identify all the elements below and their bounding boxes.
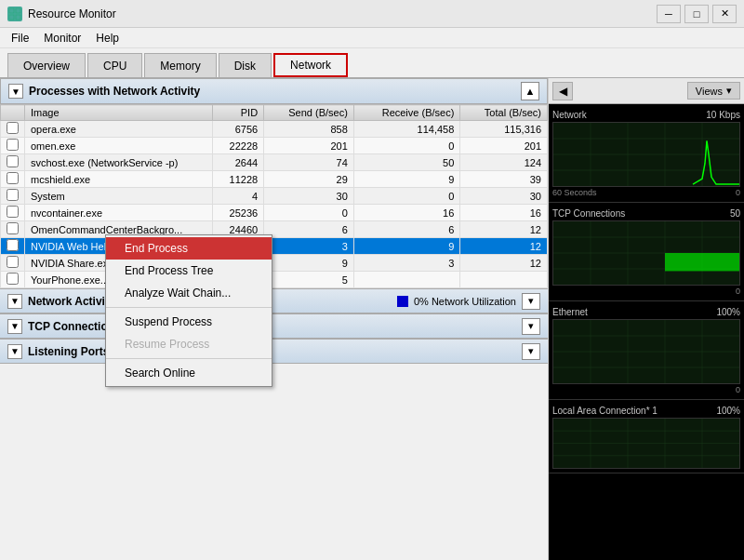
row-receive: 50 [353, 154, 459, 171]
listening-collapse[interactable]: ▾ [522, 343, 540, 360]
chart-lan: Local Area Connection* 1 100% [549, 400, 744, 473]
table-row[interactable]: YourPhone.exe... 5 [1, 272, 548, 288]
row-checkbox[interactable] [1, 221, 25, 238]
row-receive: 16 [353, 205, 459, 221]
network-activity-header[interactable]: ▼ Network Activity 0% Network Utilizatio… [0, 289, 548, 313]
row-send: 858 [264, 121, 354, 138]
context-end-process[interactable]: End Process [106, 237, 272, 260]
row-receive: 0 [353, 138, 459, 154]
col-checkbox [1, 105, 25, 121]
network-activity-collapse[interactable]: ▾ [522, 293, 540, 310]
minimize-button[interactable]: ─ [657, 5, 681, 23]
col-receive[interactable]: Receive (B/sec) [353, 105, 459, 121]
context-menu: End Process End Process Tree Analyze Wai… [105, 234, 272, 387]
row-checkbox[interactable] [1, 205, 25, 221]
processes-collapse-icon[interactable]: ▲ [521, 82, 539, 100]
tcp-header[interactable]: ▼ TCP Connections ▾ [0, 314, 548, 339]
views-button[interactable]: Views ▾ [687, 82, 740, 100]
processes-expand-icon: ▼ [8, 84, 23, 99]
table-row[interactable]: opera.exe 6756 858 114,458 115,316 [1, 121, 548, 138]
right-panel: ◀ Views ▾ Network 10 Kbps [549, 78, 744, 560]
context-analyze-wait-chain[interactable]: Analyze Wait Chain... [106, 282, 272, 304]
chart-lan-label: Local Area Connection* 1 [552, 406, 658, 416]
row-pid: 11228 [213, 171, 264, 188]
util-dot [397, 296, 408, 307]
chart-network-label-row: Network 10 Kbps [552, 108, 740, 122]
tcp-collapse[interactable]: ▾ [522, 318, 540, 335]
chart-tcp-label: TCP Connections [552, 208, 625, 219]
context-suspend-process[interactable]: Suspend Process [106, 311, 272, 333]
svg-rect-2 [9, 15, 14, 20]
tcp-expand: ▼ [7, 319, 22, 334]
titlebar: Resource Monitor ─ □ ✕ [0, 0, 744, 28]
col-image[interactable]: Image [25, 105, 213, 121]
chart-ethernet: Ethernet 100% 0 [549, 301, 744, 400]
row-total: 12 [460, 255, 548, 272]
row-checkbox[interactable] [1, 171, 25, 188]
row-receive [353, 272, 459, 288]
col-send[interactable]: Send (B/sec) [264, 105, 354, 121]
context-search-online[interactable]: Search Online [106, 362, 272, 384]
row-image: mcshield.exe [25, 171, 213, 188]
menu-help[interactable]: Help [88, 30, 126, 47]
row-checkbox[interactable] [1, 272, 25, 288]
network-activity-section: ▼ Network Activity 0% Network Utilizatio… [0, 288, 548, 313]
app-icon [7, 7, 22, 21]
tab-network[interactable]: Network [273, 53, 348, 77]
tab-overview[interactable]: Overview [7, 53, 86, 77]
tab-cpu[interactable]: CPU [87, 53, 142, 77]
table-row[interactable]: nvcontainer.exe 25236 0 16 16 [1, 205, 548, 221]
row-checkbox[interactable] [1, 121, 25, 138]
row-send: 29 [264, 171, 354, 188]
row-checkbox[interactable] [1, 154, 25, 171]
table-row[interactable]: NVIDIA Share.exe 9 3 12 [1, 255, 548, 272]
table-row[interactable]: NVIDIA Web Help... 3 9 12 [1, 238, 548, 255]
chart-tcp-unit: 50 [730, 208, 740, 219]
row-pid: 2644 [213, 154, 264, 171]
context-end-process-tree[interactable]: End Process Tree [106, 260, 272, 282]
chart-network-unit: 10 Kbps [706, 110, 740, 120]
listening-header[interactable]: ▼ Listening Ports ▾ [0, 340, 548, 364]
right-panel-expand[interactable]: ◀ [552, 82, 573, 100]
tabbar: Overview CPU Memory Disk Network [0, 48, 744, 78]
row-send: 201 [264, 138, 354, 154]
svg-rect-0 [9, 8, 14, 13]
tab-memory[interactable]: Memory [144, 53, 216, 77]
row-image: svchost.exe (NetworkService -p) [25, 154, 213, 171]
maximize-button[interactable]: □ [684, 5, 709, 23]
chart-tcp-bottom: 0 [552, 286, 740, 297]
table-row[interactable]: svchost.exe (NetworkService -p) 2644 74 … [1, 154, 548, 171]
menu-file[interactable]: File [4, 30, 36, 47]
window-controls: ─ □ ✕ [657, 5, 737, 23]
tab-disk[interactable]: Disk [219, 53, 272, 77]
table-row[interactable]: OmenCommandCenterBackgro... 24460 6 6 12 [1, 221, 548, 238]
menu-monitor[interactable]: Monitor [36, 30, 88, 47]
table-row[interactable]: mcshield.exe 11228 29 9 39 [1, 171, 548, 188]
chart-panel: Network 10 Kbps [549, 104, 744, 560]
row-image: System [25, 188, 213, 205]
row-receive: 3 [353, 255, 459, 272]
svg-rect-1 [16, 8, 20, 13]
row-total: 12 [460, 238, 548, 255]
processes-section-header[interactable]: ▼ Processes with Network Activity ▲ [0, 78, 548, 104]
row-checkbox[interactable] [1, 255, 25, 272]
tcp-title: TCP Connections [28, 320, 522, 333]
row-checkbox[interactable] [1, 138, 25, 154]
chart-eth-unit: 100% [716, 307, 740, 317]
close-button[interactable]: ✕ [712, 5, 737, 23]
network-activity-expand: ▼ [7, 294, 22, 309]
table-row[interactable]: omen.exe 22228 201 0 201 [1, 138, 548, 154]
col-total[interactable]: Total (B/sec) [460, 105, 548, 121]
table-row[interactable]: System 4 30 0 30 [1, 188, 548, 205]
row-total [460, 272, 548, 288]
col-pid[interactable]: PID [213, 105, 264, 121]
tcp-connections-section: ▼ TCP Connections ▾ [0, 313, 548, 339]
row-receive: 9 [353, 238, 459, 255]
row-receive: 0 [353, 188, 459, 205]
row-checkbox[interactable] [1, 238, 25, 255]
chart-tcp-label-row: TCP Connections 50 [552, 207, 740, 220]
chart-lan-area [552, 418, 740, 469]
row-checkbox[interactable] [1, 188, 25, 205]
row-receive: 114,458 [353, 121, 459, 138]
menubar: File Monitor Help [0, 28, 744, 48]
